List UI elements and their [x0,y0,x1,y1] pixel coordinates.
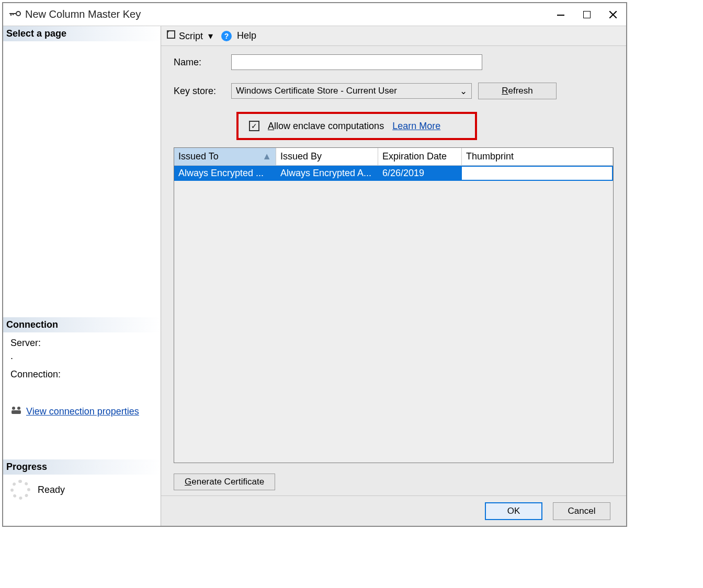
titlebar: New Column Master Key [3,3,626,26]
dialog-footer: OK Cancel [161,495,626,526]
main-panel: Script ▾ ? Help Name: Key store: Windows… [161,26,626,526]
learn-more-link[interactable]: Learn More [392,121,440,132]
connection-props-icon [10,405,22,418]
server-label: Server: [10,338,153,349]
svg-point-9 [17,407,20,410]
cell-thumbprint [462,166,613,181]
connection-header: Connection [3,317,161,332]
cell-issued-to: Always Encrypted ... [174,166,276,181]
dialog-window: New Column Master Key Select a page Conn… [2,2,627,527]
progress-spinner-icon [10,480,30,500]
refresh-button[interactable]: Refresh [478,83,557,99]
sidebar: Select a page Connection Server: . Conne… [3,26,161,526]
sort-asc-icon: ▲ [262,151,271,162]
enclave-highlight: ✓ Allow enclave computations Learn More [236,112,477,140]
column-issued-to[interactable]: Issued To ▲ [174,148,276,166]
svg-point-8 [12,407,15,410]
close-button[interactable] [600,4,626,25]
minimize-button[interactable] [548,4,574,25]
column-thumbprint[interactable]: Thumbprint [462,148,613,166]
toolbar: Script ▾ ? Help [161,26,626,46]
script-dropdown[interactable]: Script ▾ [179,30,213,42]
column-expiration[interactable]: Expiration Date [378,148,462,166]
grid-body-empty [174,181,613,463]
svg-point-0 [16,11,20,16]
name-label: Name: [174,57,231,68]
svg-rect-3 [13,13,14,15]
column-issued-by[interactable]: Issued By [276,148,378,166]
svg-rect-10 [12,410,21,414]
keystore-value: Windows Certificate Store - Current User [236,86,397,96]
view-connection-properties-link[interactable]: View connection properties [26,406,139,417]
enclave-label: Allow enclave computations [268,121,384,132]
cancel-button[interactable]: Cancel [553,502,610,520]
select-page-header: Select a page [3,26,161,41]
keystore-select[interactable]: Windows Certificate Store - Current User… [231,83,472,99]
grid-row[interactable]: Always Encrypted ... Always Encrypted A.… [174,166,613,181]
key-icon [9,10,21,19]
name-input[interactable] [231,54,482,70]
progress-status: Ready [38,485,65,495]
svg-rect-2 [10,13,12,16]
svg-rect-4 [557,15,564,16]
maximize-button[interactable] [574,4,600,25]
keystore-label: Key store: [174,86,231,97]
help-icon: ? [221,31,232,41]
certificate-grid[interactable]: Issued To ▲ Issued By Expiration Date Th… [174,147,614,463]
help-link[interactable]: Help [237,30,256,41]
server-value: . [10,351,153,362]
script-icon [166,30,176,42]
grid-header: Issued To ▲ Issued By Expiration Date Th… [174,148,613,166]
progress-header: Progress [3,459,161,475]
connection-label: Connection: [10,369,153,380]
enclave-checkbox[interactable]: ✓ [249,121,259,131]
chevron-down-icon: ⌄ [460,86,467,97]
window-title: New Column Master Key [25,8,141,20]
cell-issued-by: Always Encrypted A... [276,166,378,181]
generate-certificate-button[interactable]: Generate Certificate [174,474,275,490]
svg-rect-5 [583,11,591,18]
ok-button[interactable]: OK [485,502,542,520]
cell-expiration: 6/26/2019 [378,166,462,181]
